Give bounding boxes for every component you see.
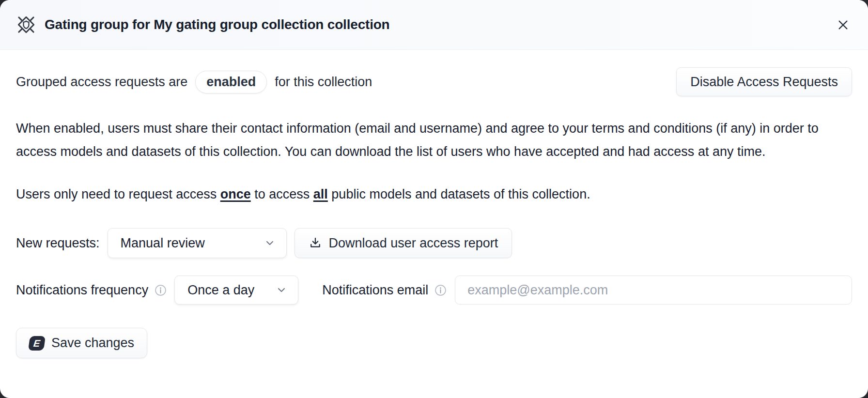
scope-all-emphasis: all	[313, 187, 328, 201]
disable-access-requests-button[interactable]: Disable Access Requests	[676, 67, 852, 96]
access-scope-paragraph: Users only need to request access once t…	[16, 183, 852, 206]
save-changes-button[interactable]: E Save changes	[16, 328, 147, 358]
scope-text-prefix: Users only need to request access	[16, 187, 220, 201]
scope-once-emphasis: once	[220, 187, 251, 201]
notifications-email-input[interactable]	[455, 276, 852, 305]
notifications-frequency-label: Notifications frequency	[16, 283, 148, 298]
new-requests-row: New requests: Manual review Dow	[16, 228, 852, 258]
close-icon	[837, 18, 850, 31]
download-access-report-button[interactable]: Download user access report	[294, 228, 512, 258]
new-requests-label: New requests:	[16, 236, 100, 251]
review-mode-value: Manual review	[121, 236, 205, 251]
notifications-frequency-select[interactable]: Once a day	[174, 276, 298, 305]
gated-group-icon	[16, 14, 37, 35]
enabled-badge: enabled	[195, 71, 267, 93]
scope-text-mid: to access	[251, 187, 313, 201]
status-prefix: Grouped access requests are	[16, 75, 187, 90]
frequency-value: Once a day	[187, 283, 254, 298]
close-button[interactable]	[832, 14, 853, 35]
review-mode-select[interactable]: Manual review	[108, 228, 287, 258]
notifications-row: Notifications frequency Once a day Notif…	[16, 276, 852, 305]
modal-title: Gating group for My gating group collect…	[45, 17, 390, 32]
footer-row: E Save changes	[16, 328, 852, 358]
info-icon	[155, 284, 167, 296]
scope-text-suffix: public models and datasets of this colle…	[328, 187, 590, 201]
modal-header: Gating group for My gating group collect…	[0, 0, 868, 50]
chevron-down-icon	[264, 237, 276, 249]
enterprise-icon: E	[28, 336, 46, 351]
status-row: Grouped access requests are enabled for …	[16, 67, 852, 96]
description-paragraph: When enabled, users must share their con…	[16, 117, 852, 163]
modal-content: Grouped access requests are enabled for …	[0, 67, 868, 358]
download-icon	[309, 236, 322, 250]
status-text: Grouped access requests are enabled for …	[16, 71, 372, 93]
status-suffix: for this collection	[275, 75, 372, 90]
download-button-label: Download user access report	[329, 236, 498, 251]
chevron-down-icon	[276, 284, 287, 296]
info-icon	[434, 284, 447, 296]
save-button-label: Save changes	[51, 336, 134, 351]
gating-group-modal: Gating group for My gating group collect…	[0, 0, 868, 398]
notifications-email-label: Notifications email	[322, 283, 428, 298]
